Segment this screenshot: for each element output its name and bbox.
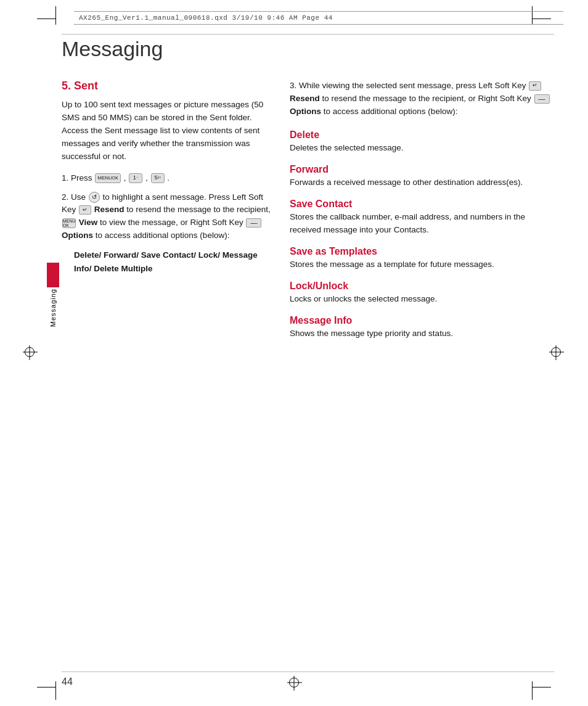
header-bar: AX265_Eng_Ver1.1_manual_090618.qxd 3/19/… [74, 11, 563, 25]
step-2-to-access: to access additional options (below): [96, 231, 230, 240]
step-2-use: 2. Use [62, 192, 88, 202]
page-title: Messaging [62, 37, 554, 61]
step-3-intro: 3. While viewing the selected sent messa… [290, 81, 528, 90]
reg-mark-bottom [289, 678, 299, 688]
desc-delete: Deletes the selected message. [290, 143, 404, 152]
right-col-item-delete: Delete Deletes the selected message. [290, 129, 554, 154]
crop-mark-bl-h [37, 687, 55, 688]
main-content: Messaging 5. Sent Up to 100 sent text me… [62, 37, 554, 657]
right-soft-key-icon-2: — [534, 94, 550, 104]
step-3-resend: Resend [290, 94, 320, 103]
step-2-options: Options [62, 231, 93, 240]
right-col-item-save-as-templates: Save as Templates Stores the message as … [290, 246, 554, 271]
step-3-end: to access additional options (below): [324, 107, 458, 116]
left-soft-key-icon: ↵ [79, 205, 91, 215]
right-col-item-message-info: Message Info Shows the message type prio… [290, 315, 554, 340]
menu-ok-button-icon: MENUOK [95, 173, 121, 183]
key-5-icon: 5ʲᵏˡ [151, 173, 165, 183]
desc-save-contact: Stores the callback number, e-mail addre… [290, 212, 525, 234]
step-1-number: 1. Press [62, 173, 94, 183]
crop-mark-tl-h [37, 18, 55, 19]
crop-mark-br-h [533, 687, 551, 688]
crop-mark-br-v [532, 681, 533, 700]
right-col-item-save-contact: Save Contact Stores the callback number,… [290, 199, 554, 236]
desc-lock-unlock: Locks or unlocks the selected message. [290, 294, 437, 303]
term-message-info: Message Info [290, 315, 554, 326]
section-heading: 5. Sent [62, 80, 271, 92]
step-1-period: . [167, 173, 169, 183]
side-tab: Messaging [44, 263, 62, 330]
right-column: 3. While viewing the selected sent messa… [290, 80, 554, 350]
step-2-view: View [79, 218, 98, 227]
two-column-layout: 5. Sent Up to 100 sent text messages or … [62, 80, 554, 350]
desc-message-info: Shows the message type priority and stat… [290, 329, 453, 338]
crop-mark-tl-v [55, 6, 56, 25]
term-forward: Forward [290, 164, 554, 175]
step-1: 1. Press MENUOK , 1⁻ , 5ʲᵏˡ . [62, 172, 271, 185]
right-col-item-lock-unlock: Lock/Unlock Locks or unlocks the selecte… [290, 281, 554, 305]
step-3-mid: to resend the message to the recipient, … [322, 94, 534, 103]
left-column: 5. Sent Up to 100 sent text messages or … [62, 80, 271, 350]
crop-mark-bl-v [55, 681, 56, 700]
step-3-options: Options [290, 107, 321, 116]
reg-mark-left [25, 347, 37, 359]
menu-ok-icon-2: MENUOK [62, 218, 76, 228]
top-rule [62, 34, 554, 35]
step-2-resend: Resend [94, 205, 125, 214]
header-text: AX265_Eng_Ver1.1_manual_090618.qxd 3/19/… [79, 14, 333, 22]
desc-save-as-templates: Stores the message as a template for fut… [290, 260, 494, 269]
step-3: 3. While viewing the selected sent messa… [290, 80, 554, 118]
step-1-comma-1: , [124, 173, 129, 183]
term-delete: Delete [290, 129, 554, 141]
side-tab-label: Messaging [49, 289, 57, 327]
desc-forward: Forwards a received message to other des… [290, 178, 523, 187]
side-tab-bar [47, 263, 59, 287]
section-intro: Up to 100 sent text messages or picture … [62, 99, 271, 163]
term-lock-unlock: Lock/Unlock [290, 281, 554, 292]
page-number: 44 [62, 676, 73, 688]
term-save-contact: Save Contact [290, 199, 554, 210]
left-soft-key-icon-2: ↵ [529, 81, 541, 91]
sub-options-list: Delete/ Forward/ Save Contact/ Lock/ Mes… [74, 248, 271, 275]
page-container: AX265_Eng_Ver1.1_manual_090618.qxd 3/19/… [0, 0, 588, 706]
step-2: 2. Use ↺ to highlight a sent message. Pr… [62, 191, 271, 243]
right-soft-key-icon: — [246, 218, 261, 228]
term-save-as-templates: Save as Templates [290, 246, 554, 257]
nav-key-icon: ↺ [89, 192, 100, 203]
right-col-item-forward: Forward Forwards a received message to o… [290, 164, 554, 189]
step-2-to-resend: to resend the message to the recipient, [126, 205, 270, 214]
bottom-rule [62, 671, 554, 672]
step-2-to-view: to view the message, or Right Soft Key [100, 218, 245, 227]
step-1-comma-2: , [145, 173, 150, 183]
key-1-icon: 1⁻ [129, 173, 142, 183]
